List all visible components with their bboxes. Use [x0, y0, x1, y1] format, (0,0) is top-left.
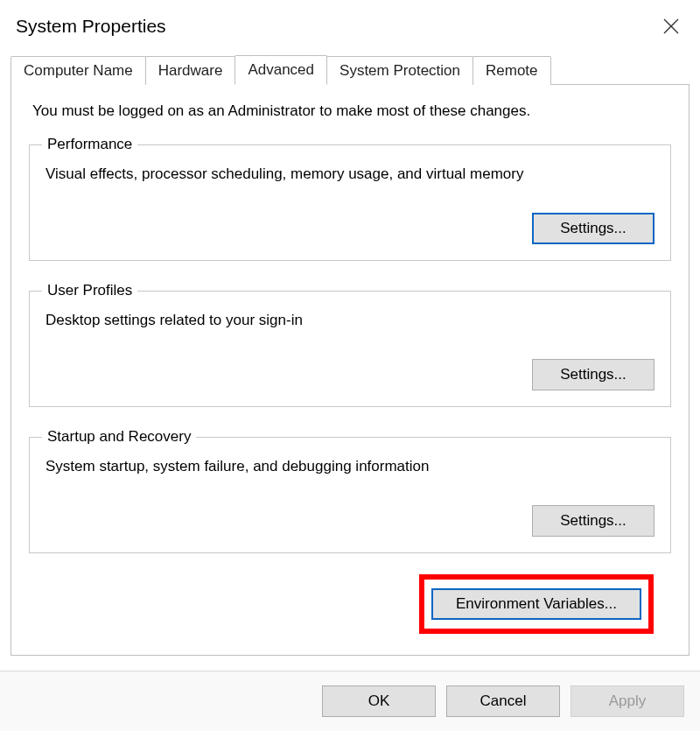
tab-computer-name[interactable]: Computer Name	[10, 56, 146, 85]
tabs-container: Computer Name Hardware Advanced System P…	[10, 54, 690, 656]
cancel-button[interactable]: Cancel	[446, 685, 560, 717]
env-highlight: Environment Variables...	[419, 574, 654, 634]
advanced-panel: You must be logged on as an Administrato…	[10, 84, 690, 656]
user-profiles-legend: User Profiles	[42, 282, 137, 299]
ok-button[interactable]: OK	[322, 685, 436, 717]
startup-recovery-group: Startup and Recovery System startup, sys…	[29, 428, 671, 553]
startup-recovery-desc: System startup, system failure, and debu…	[46, 458, 654, 475]
admin-note: You must be logged on as an Administrato…	[32, 102, 671, 120]
performance-legend: Performance	[42, 136, 137, 153]
apply-button[interactable]: Apply	[570, 685, 684, 717]
close-button[interactable]	[658, 13, 684, 39]
titlebar: System Properties	[0, 0, 700, 44]
tab-remote[interactable]: Remote	[472, 56, 551, 85]
performance-group: Performance Visual effects, processor sc…	[29, 136, 671, 261]
dialog-footer: OK Cancel Apply	[0, 671, 700, 731]
performance-settings-button[interactable]: Settings...	[532, 213, 654, 244]
performance-desc: Visual effects, processor scheduling, me…	[46, 165, 654, 183]
user-profiles-settings-button[interactable]: Settings...	[532, 359, 654, 390]
startup-recovery-settings-button[interactable]: Settings...	[532, 505, 654, 537]
tab-advanced[interactable]: Advanced	[234, 55, 327, 85]
user-profiles-group: User Profiles Desktop settings related t…	[29, 282, 671, 407]
tab-system-protection[interactable]: System Protection	[326, 56, 473, 85]
tab-hardware[interactable]: Hardware	[145, 56, 236, 85]
window-title: System Properties	[16, 16, 166, 37]
tabstrip: Computer Name Hardware Advanced System P…	[10, 54, 690, 84]
system-properties-window: System Properties Computer Name Hardware…	[0, 0, 700, 731]
env-row: Environment Variables...	[29, 574, 654, 634]
close-icon	[663, 18, 679, 34]
environment-variables-button[interactable]: Environment Variables...	[431, 588, 641, 620]
user-profiles-desc: Desktop settings related to your sign-in	[46, 312, 654, 329]
startup-recovery-legend: Startup and Recovery	[42, 428, 196, 446]
